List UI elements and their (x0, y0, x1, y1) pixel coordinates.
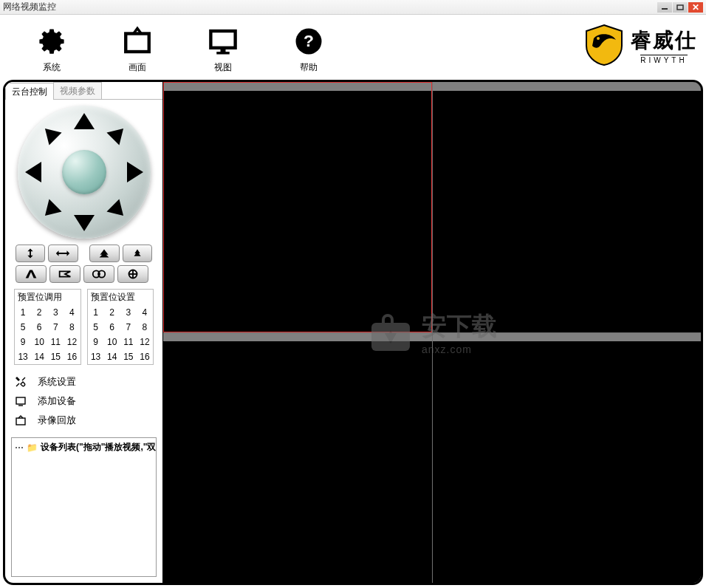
tab-video-params[interactable]: 视频参数 (53, 82, 102, 99)
grid-divider-h (163, 332, 701, 333)
ptz-up-right[interactable] (106, 122, 129, 145)
menu-add-device[interactable]: 添加设备 (14, 392, 154, 411)
ptz-up[interactable] (74, 113, 95, 129)
aperture-open-button[interactable] (16, 265, 47, 283)
preset-recall-3[interactable]: 3 (47, 305, 64, 320)
tools-icon (14, 375, 27, 389)
tree-root-label: 设备列表("拖动"播放视频,"双 (41, 441, 156, 454)
svg-rect-2 (126, 33, 149, 52)
ptz-right[interactable] (127, 162, 143, 182)
menu-settings-label: 系统设置 (38, 375, 76, 389)
ptz-down-right[interactable] (106, 199, 129, 222)
preset-set-15[interactable]: 15 (120, 349, 137, 364)
preset-recall-9[interactable]: 9 (15, 335, 31, 349)
logo-en: RIWYTH (640, 55, 687, 64)
folder-icon: 📁 (27, 442, 38, 453)
ptz-buttons (5, 245, 162, 286)
preset-set-5[interactable]: 5 (88, 320, 104, 335)
preset-recall-12[interactable]: 12 (64, 335, 80, 349)
toolbar-screen[interactable]: 画面 (115, 26, 160, 74)
ptz-up-left[interactable] (38, 122, 61, 145)
preset-set-6[interactable]: 6 (104, 320, 120, 335)
preset-recall-4[interactable]: 4 (64, 305, 80, 320)
video-cell-4[interactable] (432, 332, 701, 583)
ptz-left[interactable] (25, 162, 41, 182)
menu-playback-label: 录像回放 (38, 414, 76, 427)
video-cell-3[interactable] (163, 332, 432, 583)
zoom-out-tree-button[interactable] (89, 245, 119, 262)
svg-rect-1 (677, 5, 683, 10)
aperture-close-button[interactable] (49, 265, 80, 283)
tab-ptz[interactable]: 云台控制 (5, 83, 54, 100)
frame-icon (122, 26, 153, 57)
preset-recall-11[interactable]: 11 (47, 335, 64, 349)
tree-line: ⋯ (15, 442, 24, 453)
preset-recall-14[interactable]: 14 (31, 349, 47, 364)
toolbar-screen-label: 画面 (128, 61, 146, 74)
preset-set-2[interactable]: 2 (104, 305, 120, 320)
preset-set-13[interactable]: 13 (88, 349, 104, 364)
video-grid: 安下载 anxz.com (163, 82, 701, 583)
preset-recall-2[interactable]: 2 (31, 305, 47, 320)
add-device-icon (14, 394, 27, 408)
preset-set-11[interactable]: 11 (120, 335, 137, 349)
brand-logo: 睿威仕 RIWYTH (583, 24, 697, 66)
zoom-vert-button[interactable] (16, 245, 45, 262)
focus-far-button[interactable] (83, 265, 114, 283)
preset-recall-5[interactable]: 5 (15, 320, 31, 335)
toolbar-view-label: 视图 (214, 61, 232, 74)
zoom-in-tree-button[interactable] (123, 245, 152, 262)
left-panel: 云台控制 视频参数 (5, 82, 163, 583)
preset-recall-1[interactable]: 1 (15, 305, 31, 320)
preset-recall-10[interactable]: 10 (31, 335, 47, 349)
menu-add-device-label: 添加设备 (38, 394, 76, 408)
left-tabs: 云台控制 视频参数 (5, 82, 162, 100)
titlebar: 网络视频监控 ✕ (0, 0, 706, 15)
tv-icon (14, 414, 27, 427)
menu-system-settings[interactable]: 系统设置 (14, 372, 154, 392)
menu-playback[interactable]: 录像回放 (14, 411, 154, 430)
zoom-horiz-button[interactable] (48, 245, 78, 262)
svg-rect-14 (16, 397, 25, 404)
maximize-button[interactable] (673, 2, 688, 13)
ptz-center[interactable] (62, 150, 106, 194)
preset-set-9[interactable]: 9 (88, 335, 104, 349)
preset-set-12[interactable]: 12 (137, 335, 153, 349)
preset-recall-8[interactable]: 8 (64, 320, 80, 335)
preset-recall-6[interactable]: 6 (31, 320, 47, 335)
help-icon: ? (293, 26, 324, 57)
svg-rect-4 (221, 47, 226, 51)
preset-set-7[interactable]: 7 (120, 320, 137, 335)
video-cell-2[interactable] (432, 82, 701, 332)
ptz-down-left[interactable] (38, 199, 61, 222)
preset-recall-title: 预置位调用 (15, 290, 80, 305)
main-workspace: 云台控制 视频参数 (3, 80, 703, 585)
ptz-down[interactable] (74, 215, 95, 231)
svg-rect-5 (216, 52, 230, 55)
preset-recall-15[interactable]: 15 (47, 349, 64, 364)
preset-set-box: 预置位设置 12345678910111213141516 (87, 289, 154, 365)
shield-eagle-icon (583, 24, 625, 66)
preset-set-title: 预置位设置 (88, 290, 154, 305)
toolbar-system[interactable]: 系统 (30, 26, 74, 74)
focus-near-button[interactable] (117, 265, 148, 283)
close-button[interactable]: ✕ (688, 2, 703, 13)
device-tree[interactable]: ⋯ 📁 设备列表("拖动"播放视频,"双 (11, 437, 157, 577)
toolbar-view[interactable]: 视图 (201, 26, 245, 74)
preset-set-1[interactable]: 1 (88, 305, 104, 320)
preset-set-14[interactable]: 14 (104, 349, 120, 364)
ptz-dial (18, 106, 151, 239)
preset-recall-13[interactable]: 13 (15, 349, 31, 364)
preset-recall-16[interactable]: 16 (64, 349, 80, 364)
preset-set-16[interactable]: 16 (137, 349, 153, 364)
main-toolbar: 系统 画面 视图 ? 帮助 睿威仕 RIWYTH (0, 15, 706, 78)
preset-set-8[interactable]: 8 (137, 320, 153, 335)
preset-set-10[interactable]: 10 (104, 335, 120, 349)
tree-root[interactable]: ⋯ 📁 设备列表("拖动"播放视频,"双 (15, 441, 153, 454)
preset-set-4[interactable]: 4 (137, 305, 153, 320)
preset-set-3[interactable]: 3 (120, 305, 137, 320)
toolbar-help[interactable]: ? 帮助 (287, 26, 331, 74)
minimize-button[interactable] (657, 2, 672, 13)
preset-recall-7[interactable]: 7 (47, 320, 64, 335)
video-cell-1[interactable] (163, 82, 432, 332)
